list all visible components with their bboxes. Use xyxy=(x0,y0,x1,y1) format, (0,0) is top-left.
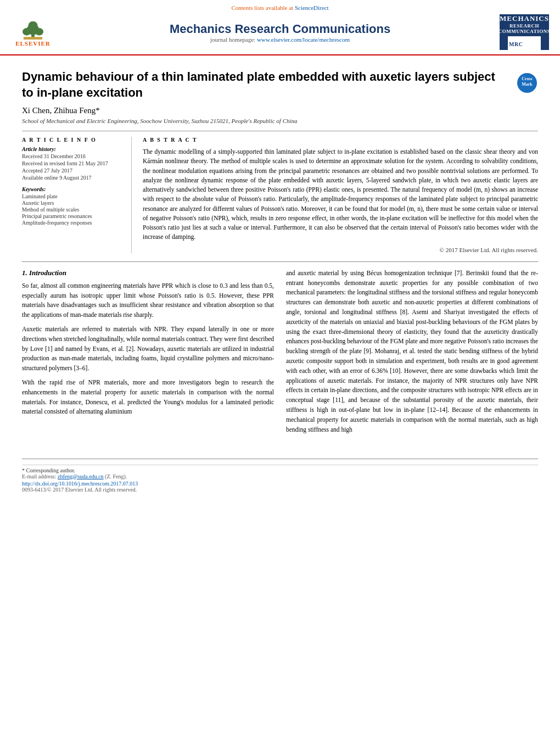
svg-text:Cross: Cross xyxy=(522,76,532,81)
mechanics-logo-box: MECHANICS RESEARCH COMMUNICATIONS MRC xyxy=(500,14,549,50)
article-body: A R T I C L E I N F O Article history: R… xyxy=(22,131,538,253)
copyright-line: © 2017 Elsevier Ltd. All rights reserved… xyxy=(143,247,538,253)
elsevier-tree-icon xyxy=(16,18,49,40)
email-label: E-mail address: xyxy=(22,473,56,479)
journal-header-row: ELSEVIER Mechanics Research Communicatio… xyxy=(0,14,560,54)
keyword-2: Auxetic layers xyxy=(22,200,125,206)
accepted-date: Accepted 27 July 2017 xyxy=(22,168,125,174)
section1-heading: 1. Introduction xyxy=(22,269,274,277)
corresponding-note: * Corresponding author. xyxy=(22,465,538,473)
email-note: E-mail address: zhfeng@suda.edu.cn (Z. F… xyxy=(22,473,538,479)
keyword-5: Amplitude-frequency responses xyxy=(22,220,125,226)
svg-text:MRC: MRC xyxy=(509,41,523,47)
svg-point-4 xyxy=(28,21,37,29)
body-para-4: and auxetic material by using Bécus homo… xyxy=(286,269,538,435)
sciencedirect-link[interactable]: ScienceDirect xyxy=(295,4,329,11)
keyword-3: Method of multiple scales xyxy=(22,207,125,213)
email-suffix: (Z. Feng). xyxy=(105,473,127,479)
journal-homepage: journal homepage: www.elsevier.com/locat… xyxy=(60,36,500,43)
crossmark-icon[interactable]: Cross Mark xyxy=(516,72,538,94)
crossmark-svg: Cross Mark xyxy=(516,72,538,94)
mrc-logo-image: MRC xyxy=(508,36,541,50)
email-link[interactable]: zhfeng@suda.edu.cn xyxy=(58,473,104,479)
two-col-body: 1. Introduction So far, almost all commo… xyxy=(22,269,538,439)
corresponding-star: * Corresponding author. xyxy=(22,467,75,473)
homepage-link[interactable]: www.elsevier.com/locate/mechrescom xyxy=(257,36,350,43)
authors: Xi Chen, Zhihua Feng* xyxy=(22,106,538,115)
keywords-list: Laminated plate Auxetic layers Method of… xyxy=(22,193,125,226)
keyword-4: Principal parametric resonances xyxy=(22,213,125,219)
col-right: and auxetic material by using Bécus homo… xyxy=(286,269,538,439)
online-date: Available online 9 August 2017 xyxy=(22,175,125,181)
main-content: Dynamic behaviour of a thin laminated pl… xyxy=(0,55,560,450)
revised-date: Received in revised form 21 May 2017 xyxy=(22,160,125,166)
body-para-2: Auxetic materials are referred to materi… xyxy=(22,325,274,373)
section-divider xyxy=(22,261,538,262)
mrc-emblem-icon: MRC xyxy=(508,36,541,50)
journal-header: Contents lists available at ScienceDirec… xyxy=(0,0,560,55)
contents-label: Contents lists available at xyxy=(231,4,293,11)
abstract-text: The dynamic modelling of a simply-suppor… xyxy=(143,147,538,242)
abstract-section: A B S T R A C T The dynamic modelling of… xyxy=(143,137,538,253)
svg-text:Mark: Mark xyxy=(522,82,533,87)
elsevier-text: ELSEVIER xyxy=(15,40,51,47)
article-info-title: A R T I C L E I N F O xyxy=(22,137,125,143)
affiliation: School of Mechanical and Electric Engine… xyxy=(22,118,538,124)
homepage-label: journal homepage: xyxy=(210,36,255,43)
page-footer: * Corresponding author. E-mail address: … xyxy=(22,459,538,493)
journal-name: Mechanics Research Communications xyxy=(60,22,500,36)
elsevier-logo: ELSEVIER xyxy=(5,16,60,49)
mrc-logo-line1: MECHANICS xyxy=(500,14,549,23)
mrc-logo-line2: RESEARCH xyxy=(509,23,539,29)
affiliation-text: School of Mechanical and Electric Engine… xyxy=(22,118,298,124)
mrc-logo-line3: COMMUNICATIONS xyxy=(499,29,550,34)
received-date: Received 31 December 2016 xyxy=(22,153,125,159)
doi-link[interactable]: http://dx.doi.org/10.1016/j.mechrescom.2… xyxy=(22,481,538,487)
article-title-section: Dynamic behaviour of a thin laminated pl… xyxy=(22,69,538,101)
article-title: Dynamic behaviour of a thin laminated pl… xyxy=(22,69,508,101)
svg-point-2 xyxy=(23,28,31,35)
col-left: 1. Introduction So far, almost all commo… xyxy=(22,269,274,439)
article-info: A R T I C L E I N F O Article history: R… xyxy=(22,137,132,253)
doi-text: http://dx.doi.org/10.1016/j.mechrescom.2… xyxy=(22,481,138,487)
history-label: Article history: xyxy=(22,146,125,152)
svg-rect-5 xyxy=(24,37,42,40)
issn-text: 0093-6413/© 2017 Elsevier Ltd. All right… xyxy=(22,487,538,493)
body-para-3: With the rapid rise of NPR materials, mo… xyxy=(22,378,274,417)
authors-text: Xi Chen, Zhihua Feng* xyxy=(22,106,100,115)
keywords-label: Keywords: xyxy=(22,186,125,192)
keyword-1: Laminated plate xyxy=(22,193,125,199)
journal-title-center: Mechanics Research Communications journa… xyxy=(60,22,500,43)
body-para-1: So far, almost all common engineering ma… xyxy=(22,281,274,320)
abstract-title: A B S T R A C T xyxy=(143,137,538,143)
journal-top-bar: Contents lists available at ScienceDirec… xyxy=(0,4,560,11)
svg-point-3 xyxy=(35,28,43,35)
